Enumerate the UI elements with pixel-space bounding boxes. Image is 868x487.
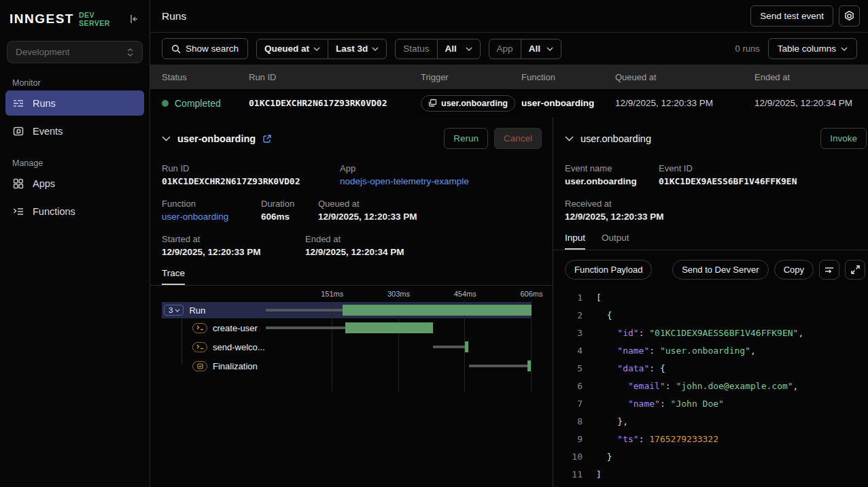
axis-tick-label: 606ms — [520, 290, 542, 298]
search-icon — [171, 44, 181, 54]
show-search-button[interactable]: Show search — [162, 38, 248, 59]
trace-waterfall: 151ms303ms454ms606ms3Runcreate-usersend-… — [150, 287, 553, 375]
trace-axis: 151ms303ms454ms606ms — [266, 287, 532, 302]
step-count-badge[interactable]: 3 — [164, 305, 184, 316]
trigger-pill[interactable]: user.onboarding — [421, 95, 515, 112]
apps-icon — [12, 178, 24, 190]
events-icon — [12, 125, 24, 137]
run-details-panel: user-onboarding Rerun Cancel Run ID 01KC… — [150, 117, 553, 487]
function-link[interactable]: user-onboarding — [162, 212, 261, 222]
external-link-icon[interactable] — [262, 134, 272, 144]
gear-icon — [844, 10, 855, 22]
code-text: "id": "01KC1DEX9AESS6BF1V46FFK9EN", — [596, 324, 803, 342]
trace-row-label: send-welco... — [213, 342, 265, 352]
runs-count: 0 runs — [735, 44, 760, 54]
expand-icon — [851, 265, 860, 274]
tab-input[interactable]: Input — [565, 233, 585, 250]
settings-button[interactable] — [839, 5, 860, 27]
sidebar-item-runs[interactable]: Runs — [5, 90, 144, 116]
sidebar-item-events[interactable]: Events — [5, 118, 144, 144]
column-header: Function — [521, 72, 615, 82]
code-line: 6 "email": "john.doe@example.com", — [565, 377, 868, 395]
duration-label: Duration — [261, 199, 318, 209]
app-link[interactable]: nodejs-open-telemetry-example — [340, 176, 469, 186]
sidebar-section-manage: Manage — [0, 158, 150, 168]
tab-trace[interactable]: Trace — [162, 268, 185, 285]
event-id-value: 01KC1DEX9AESS6BF1V46FFK9EN — [659, 176, 797, 186]
line-number: 11 — [565, 466, 583, 484]
started-at-value: 12/9/2025, 12:20:33 PM — [162, 247, 305, 257]
filter-bar: Show search Queued at Last 3d Status All — [150, 33, 868, 65]
ended-at-cell: 12/9/2025, 12:20:34 PM — [754, 98, 868, 108]
run-id-value: 01KC1DEXCHR2N617Z93RK0VD02 — [162, 176, 340, 186]
code-line: 2 { — [565, 307, 868, 324]
time-range-dropdown[interactable]: Last 3d — [328, 39, 386, 58]
execution-bar — [465, 341, 468, 352]
tab-output[interactable]: Output — [602, 233, 629, 250]
finalization-icon — [192, 361, 207, 371]
trace-timeline — [266, 356, 532, 375]
cancel-button[interactable]: Cancel — [494, 128, 542, 149]
collapse-event-chevron-icon[interactable] — [565, 136, 574, 141]
trace-timeline — [266, 302, 532, 318]
execution-bar — [343, 305, 532, 316]
column-header: Ended at — [754, 72, 868, 82]
step-run-icon — [192, 342, 207, 352]
code-text: ] — [596, 466, 602, 484]
line-number: 5 — [565, 360, 583, 377]
trace-row-run[interactable]: 3Run — [162, 302, 532, 318]
trace-row-create-user[interactable]: create-user — [162, 318, 532, 337]
trace-row-finalization[interactable]: Finalization — [162, 356, 532, 375]
code-line: 3 "id": "01KC1DEX9AESS6BF1V46FFK9EN", — [565, 324, 868, 342]
updown-chevron-icon — [126, 48, 134, 57]
sidebar-item-apps[interactable]: Apps — [5, 171, 144, 196]
trace-row-send-welco-[interactable]: send-welco... — [162, 337, 532, 356]
trace-row-name: Finalization — [162, 361, 266, 371]
queued-at-label: Queued at — [318, 199, 417, 209]
collapse-run-chevron-icon[interactable] — [162, 136, 171, 141]
function-payload-button[interactable]: Function Payload — [565, 260, 652, 280]
table-header: StatusRun IDTriggerFunctionQueued atEnde… — [150, 65, 868, 89]
code-line: 10 } — [565, 448, 868, 466]
line-number: 8 — [565, 413, 583, 431]
line-number: 9 — [565, 431, 583, 448]
code-line: 5 "data": { — [565, 360, 868, 377]
send-to-dev-server-button[interactable]: Send to Dev Server — [672, 260, 768, 280]
code-text: "ts": 1765279233322 — [596, 431, 718, 448]
expand-button[interactable] — [845, 260, 865, 280]
code-text: "email": "john.doe@example.com", — [596, 377, 798, 395]
send-test-event-button[interactable]: Send test event — [750, 5, 833, 27]
status-filter-group: Status All — [395, 39, 480, 59]
event-name-value: user.onboarding — [565, 176, 659, 186]
trigger-name: user.onboarding — [441, 99, 508, 108]
ended-at-label: Ended at — [305, 234, 404, 244]
topbar: Runs Send test event — [150, 0, 868, 33]
event-id-label: Event ID — [659, 163, 797, 173]
trace-row-label: Finalization — [213, 361, 258, 371]
run-table-row[interactable]: Completed 01KC1DEXCHR2N617Z93RK0VD02 use… — [150, 89, 868, 117]
rerun-button[interactable]: Rerun — [444, 128, 488, 149]
environment-name: Development — [16, 47, 70, 57]
queued-at-dropdown[interactable]: Queued at — [257, 39, 328, 58]
status-completed-dot-icon — [162, 100, 169, 107]
sidebar-item-functions[interactable]: Functions — [5, 199, 144, 224]
code-text: { — [596, 307, 612, 324]
collapse-sidebar-icon[interactable] — [128, 13, 140, 25]
word-wrap-button[interactable] — [819, 260, 839, 280]
copy-button[interactable]: Copy — [774, 260, 814, 280]
received-at-value: 12/9/2025, 12:20:33 PM — [565, 212, 664, 222]
app-filter-dropdown[interactable]: All — [521, 39, 561, 58]
queue-duration-line — [469, 365, 527, 367]
step-run-icon — [192, 323, 207, 333]
page-title: Runs — [162, 10, 186, 22]
queue-duration-line — [433, 346, 465, 348]
table-columns-button[interactable]: Table columns — [768, 38, 857, 59]
code-text: } — [596, 448, 612, 466]
column-header: Status — [162, 72, 249, 82]
queue-duration-line — [266, 326, 345, 329]
sidebar-section-monitor: Monitor — [0, 78, 150, 88]
status-filter-dropdown[interactable]: All — [438, 39, 480, 58]
invoke-button[interactable]: Invoke — [820, 128, 867, 149]
environment-selector[interactable]: Development — [7, 41, 143, 63]
trace-row-name: create-user — [162, 323, 266, 333]
